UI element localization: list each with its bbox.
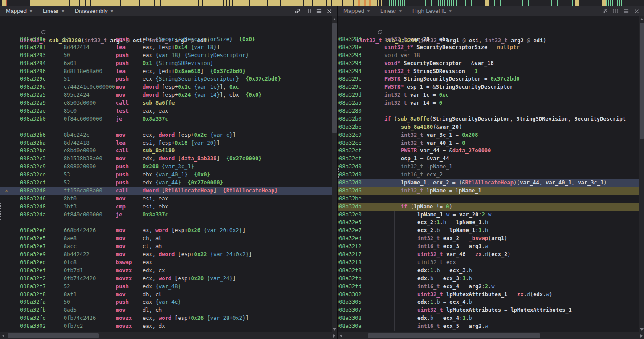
scroll-right-arrow[interactable] [331,332,337,339]
hlil-row[interactable]: 008a3307uint32_t lpMutexAttributes = lpM… [338,306,639,314]
hlil-row[interactable]: 008a329dint32_t var_1c = 0xc [338,91,639,99]
menu-icon[interactable] [623,8,629,15]
scroll-left-arrow[interactable] [0,332,6,339]
hlil-blank-row[interactable]: 008a32be [338,195,639,203]
function-signature-row[interactable]: uint32_t sub_8a3280(int32_t arg1 @ esi, … [0,20,26,29]
horizontal-scroll-thumb[interactable] [8,333,99,338]
hlil-row[interactable]: 008a32e7ecx_2.b = lpName_1:1.b [338,227,639,235]
hlil-row[interactable]: 008a330aint16_t ecx_5 = arg2.w [338,323,639,331]
disasm-row[interactable]: 008a32a9e8503d0000callsub_8a6ffe [0,99,332,107]
disasm-row[interactable]: 008a328f8d442414leaeax, [esp+0x14 {var_1… [0,44,332,52]
disasm-row[interactable]: 008a32e78accmovcl, ah [0,243,332,251]
link-icon[interactable] [601,8,608,15]
hlil-vertical-scrollbar[interactable] [639,16,644,332]
split-pane-icon[interactable] [612,8,619,15]
vertical-scroll-thumb[interactable] [332,23,337,133]
disasm-row[interactable]: 008a32fa50pusheax {var_4c} [0,298,332,306]
disasm-row[interactable]: 008a32fb8ad5movdl, ch [0,306,332,314]
split-pane-icon[interactable] [305,8,311,15]
vertical-scroll-thumb[interactable] [640,23,644,139]
hlil-row[interactable]: 008a3293void var_18 [338,52,639,60]
disasm-row[interactable]: 008a32e98b442422moveax, dword [esp+0x22 … [0,251,332,259]
hlil-row[interactable]: 008a32f8edx:1.b = ecx_3.b [338,267,639,275]
hlil-row[interactable]: 008a32cfesp_1 = &var_44 [338,155,639,163]
feature-map[interactable] [0,0,644,6]
disasm-row[interactable]: 008a32bee8bd0e0000callsub_8a4180 [0,147,332,155]
hlil-row[interactable]: 008a32f8uint32_t edx [338,259,639,267]
disasm-row[interactable]: 008a32da0f849c000000je0x8a337c [0,211,332,219]
hlil-row[interactable]: 008a32fdint16_t ecx_4 = arg2:2.w [338,283,639,291]
disasm-row[interactable]: 008a32f752pushedx {var_48} [0,283,332,291]
scroll-right-arrow[interactable] [638,332,644,339]
hlil-row[interactable]: 008a3308edx.b = ecx_4:1.b [338,314,639,323]
scroll-down-arrow[interactable] [332,327,337,332]
hlil-row[interactable]: 008a32besub_8a4180(&var_20) [338,123,639,131]
disasm-row[interactable]: 008a33020fb7c2movzxeax, dx [0,323,332,331]
disasm-row[interactable]: 008a32a5895c2424movdword [esp+0x24 {var_… [0,91,332,99]
disasm-row[interactable]: 008a32b00f84c6000000je0x8a337c [0,115,332,123]
layout-dropdown[interactable]: Linear▼ [43,8,65,14]
hlil-row[interactable]: 008a32b0if (sub_8a6ffe(StringSecurityDes… [338,115,639,123]
close-icon[interactable] [633,8,640,15]
hlil-row[interactable]: 008a3283int32_t var_20 = ebx [338,36,639,44]
scroll-down-arrow[interactable] [639,327,644,332]
hlil-row[interactable]: 008a328euint32_t* SecurityDescriptorSize… [338,44,639,52]
link-icon[interactable] [294,8,301,15]
disassembly-horizontal-scrollbar[interactable] [0,332,337,339]
hlil-row[interactable]: 008a32f7uint32_t var_48 = zx.d(ecx_2) [338,251,639,259]
hlil-row[interactable]: 008a3293void* SecurityDescriptor = &var_… [338,60,639,68]
disasm-row[interactable]: 008a32c96808020000push0x208 {var_3c_1} [0,163,332,171]
hlil-row[interactable]: 008a32e5ecx_2:1.b = lpName_1.b [338,219,639,227]
disasm-row[interactable]: 008a32e58ae8movch, al [0,235,332,243]
disassembly-vertical-scrollbar[interactable] [332,16,337,332]
disasm-row[interactable]: 008a32fd0fb74c2426movzxecx, word [esp+0x… [0,314,332,323]
hlil-row[interactable]: 008a32daif (lpName != 0) [338,203,639,211]
close-icon[interactable] [326,8,333,15]
view-mode-dropdown[interactable]: Mapped▼ [343,8,371,14]
hlil-blank-row[interactable]: 008a3280 [338,107,639,115]
disasm-row[interactable]: 008a32f88af1movdh, cl [0,291,332,299]
hlil-horizontal-scrollbar[interactable] [338,332,644,339]
disasm-row[interactable]: 008a32c38b1538b38a00movedx, dword [data_… [0,155,332,163]
horizontal-scroll-thumb[interactable] [368,333,540,338]
disasm-row[interactable]: 008a32ce53pushebx {var_40_1} {0x0} [0,171,332,179]
il-view-dropdown[interactable]: High Level IL▼ [412,8,452,14]
disasm-row[interactable]: 008a32ed0fc8bswapeax [0,259,332,267]
disasm-row[interactable]: 008a328e53pushebx {SecurityDescriptorSiz… [0,36,332,44]
disasm-row[interactable]: 008a329c51pushecx {StringSecurityDescrip… [0,75,332,83]
disasm-row[interactable]: 008a32946a01push0x1 {StringSDRevision} [0,60,332,68]
il-view-dropdown[interactable]: Disassembly▼ [75,8,114,14]
function-signature-row[interactable]: uint32_t sub_8a3280(int32_t arg1 @ esi, … [338,20,363,29]
menu-icon[interactable] [315,8,322,15]
view-mode-dropdown[interactable]: Mapped▼ [6,8,33,14]
hlil-row[interactable]: 008a329cPWSTR* esp_1 = &StringSecurityDe… [338,83,639,91]
disasm-row[interactable]: 008a329dc744241c0c000000movdword [esp+0x… [0,83,332,91]
disasm-row[interactable]: 008a32e0668b442426movax, word [esp+0x26 … [0,227,332,235]
disasm-row[interactable]: ⚠008a32d0ff156ca08a00calldword [RtlAlloc… [0,187,332,195]
hlil-row[interactable]: 008a32a5int32_t var_14 = 0 [338,99,639,107]
hlil-row[interactable]: 008a32d0int16_t ecx_2 [338,171,639,179]
hlil-row[interactable]: 008a32cfPWSTR var_44 = &data_27e0000 [338,147,639,155]
hlil-row[interactable]: 008a32d0lpName_1, ecx_2 = (&RtlAllocateH… [338,179,639,187]
hlil-row[interactable]: 008a32d0int32_t lpName_1 [338,163,639,171]
disasm-row[interactable]: 008a32ae85c0testeax, eax [0,107,332,115]
scroll-up-arrow[interactable] [639,16,644,22]
disasm-row[interactable]: 008a329350pusheax {var_18} {SecurityDesc… [0,52,332,60]
scroll-up-arrow[interactable] [332,16,337,22]
disasm-row[interactable]: 008a32b68b4c242cmovecx, dword [esp+0x2c … [0,131,332,139]
disasm-row[interactable]: 008a32cf52pushedx {var_44} {0x27e0000} [0,179,332,187]
disasm-row[interactable]: 008a32968d8f18e68a00leaecx, [edi+0x8ae61… [0,68,332,76]
hlil-row[interactable]: 008a32edint32_t eax_2 = _bswap(arg1) [338,235,639,243]
disasm-row[interactable]: 008a32f20fb74c2420movzxecx, word [esp+0x… [0,275,332,283]
hlil-row[interactable]: 008a3305edx:1.b = ecx_4.b [338,298,639,306]
hlil-row[interactable]: 008a32c9int32_t var_3c_1 = 0x208 [338,131,639,139]
scroll-left-arrow[interactable] [338,332,344,339]
hlil-row[interactable]: 008a32d6int32_t lpName = lpName_1 [338,187,639,195]
disasm-row[interactable]: 008a32ef0fb7d1movzxedx, cx [0,267,332,275]
layout-dropdown[interactable]: Linear▼ [380,8,403,14]
hlil-row[interactable]: 008a3302uint32_t lpMutexAttributes_1 = z… [338,291,639,299]
hlil-row[interactable]: 008a32e0lpName_1.w = var_20:2.w [338,211,639,219]
hlil-row[interactable]: 008a329cPWSTR StringSecurityDescriptor =… [338,75,639,83]
hlil-row[interactable]: 008a32fbedx.b = ecx_3:1.b [338,275,639,283]
disasm-row[interactable]: 008a32d68bf0movesi, eax [0,195,332,203]
